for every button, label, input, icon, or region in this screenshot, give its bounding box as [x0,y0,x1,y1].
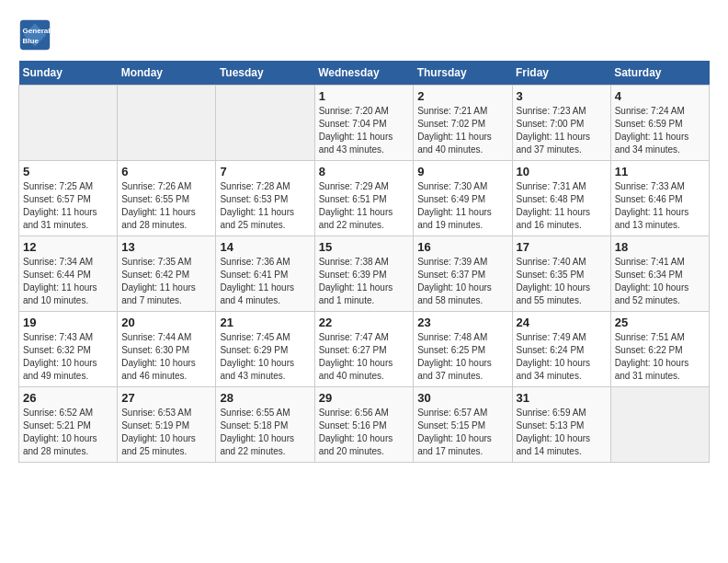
calendar-cell [19,86,118,161]
calendar-cell: 2Sunrise: 7:21 AM Sunset: 7:02 PM Daylig… [414,86,512,161]
day-info: Sunrise: 7:36 AM Sunset: 6:41 PM Dayligh… [220,256,310,307]
calendar-cell: 5Sunrise: 7:25 AM Sunset: 6:57 PM Daylig… [19,161,118,236]
day-number: 20 [121,316,211,329]
weekday-header-sunday: Sunday [19,61,118,86]
calendar-cell: 23Sunrise: 7:48 AM Sunset: 6:25 PM Dayli… [414,312,512,387]
day-number: 9 [417,165,507,178]
weekday-header-saturday: Saturday [610,61,709,86]
day-info: Sunrise: 7:43 AM Sunset: 6:32 PM Dayligh… [23,331,113,383]
calendar-cell: 7Sunrise: 7:28 AM Sunset: 6:53 PM Daylig… [216,161,314,236]
day-info: Sunrise: 7:29 AM Sunset: 6:51 PM Dayligh… [319,180,410,232]
day-info: Sunrise: 7:33 AM Sunset: 6:46 PM Dayligh… [615,180,705,232]
calendar-week-row: 26Sunrise: 6:52 AM Sunset: 5:21 PM Dayli… [19,387,710,463]
calendar-cell: 8Sunrise: 7:29 AM Sunset: 6:51 PM Daylig… [314,161,414,236]
day-number: 11 [615,165,705,178]
day-info: Sunrise: 6:56 AM Sunset: 5:16 PM Dayligh… [319,407,410,458]
calendar-cell: 21Sunrise: 7:45 AM Sunset: 6:29 PM Dayli… [216,312,314,387]
calendar-cell: 29Sunrise: 6:56 AM Sunset: 5:16 PM Dayli… [314,387,414,463]
page-header: General Blue [18,18,710,52]
day-number: 1 [319,89,410,103]
day-info: Sunrise: 7:21 AM Sunset: 7:02 PM Dayligh… [417,105,507,156]
day-info: Sunrise: 7:47 AM Sunset: 6:27 PM Dayligh… [319,331,410,383]
day-info: Sunrise: 6:57 AM Sunset: 5:15 PM Dayligh… [417,407,507,458]
calendar-cell: 22Sunrise: 7:47 AM Sunset: 6:27 PM Dayli… [314,312,414,387]
day-number: 8 [319,165,410,178]
calendar-cell: 20Sunrise: 7:44 AM Sunset: 6:30 PM Dayli… [118,312,216,387]
day-info: Sunrise: 7:23 AM Sunset: 7:00 PM Dayligh… [517,105,607,156]
day-number: 22 [319,316,410,329]
day-info: Sunrise: 7:49 AM Sunset: 6:24 PM Dayligh… [517,331,607,383]
day-info: Sunrise: 7:25 AM Sunset: 6:57 PM Dayligh… [23,180,113,232]
day-number: 28 [220,391,310,405]
day-number: 14 [220,240,310,254]
calendar-cell: 1Sunrise: 7:20 AM Sunset: 7:04 PM Daylig… [314,86,414,161]
day-number: 7 [220,165,310,178]
day-number: 25 [615,316,705,329]
calendar-cell: 18Sunrise: 7:41 AM Sunset: 6:34 PM Dayli… [610,236,709,312]
day-number: 5 [23,165,113,178]
calendar-cell: 6Sunrise: 7:26 AM Sunset: 6:55 PM Daylig… [118,161,216,236]
day-info: Sunrise: 7:45 AM Sunset: 6:29 PM Dayligh… [220,331,310,383]
day-info: Sunrise: 7:34 AM Sunset: 6:44 PM Dayligh… [23,256,113,307]
day-info: Sunrise: 7:30 AM Sunset: 6:49 PM Dayligh… [417,180,507,232]
day-number: 19 [23,316,113,329]
day-info: Sunrise: 7:48 AM Sunset: 6:25 PM Dayligh… [417,331,507,383]
day-info: Sunrise: 7:35 AM Sunset: 6:42 PM Dayligh… [121,256,211,307]
day-info: Sunrise: 7:20 AM Sunset: 7:04 PM Dayligh… [319,105,410,156]
calendar-cell: 13Sunrise: 7:35 AM Sunset: 6:42 PM Dayli… [118,236,216,312]
day-number: 13 [121,240,211,254]
day-number: 15 [319,240,410,254]
day-info: Sunrise: 7:28 AM Sunset: 6:53 PM Dayligh… [220,180,310,232]
day-number: 27 [121,391,211,405]
day-info: Sunrise: 7:24 AM Sunset: 6:59 PM Dayligh… [615,105,705,156]
day-info: Sunrise: 6:52 AM Sunset: 5:21 PM Dayligh… [23,407,113,458]
svg-text:General: General [23,27,51,35]
day-info: Sunrise: 7:31 AM Sunset: 6:48 PM Dayligh… [517,180,607,232]
day-number: 17 [517,240,607,254]
day-info: Sunrise: 7:26 AM Sunset: 6:55 PM Dayligh… [121,180,211,232]
day-info: Sunrise: 7:51 AM Sunset: 6:22 PM Dayligh… [615,331,705,383]
weekday-header-wednesday: Wednesday [314,61,414,86]
day-number: 23 [417,316,507,329]
calendar-cell: 14Sunrise: 7:36 AM Sunset: 6:41 PM Dayli… [216,236,314,312]
calendar-cell: 10Sunrise: 7:31 AM Sunset: 6:48 PM Dayli… [512,161,610,236]
day-number: 30 [417,391,507,405]
calendar-week-row: 19Sunrise: 7:43 AM Sunset: 6:32 PM Dayli… [19,312,710,387]
day-info: Sunrise: 6:55 AM Sunset: 5:18 PM Dayligh… [220,407,310,458]
day-number: 31 [517,391,607,405]
calendar-cell: 11Sunrise: 7:33 AM Sunset: 6:46 PM Dayli… [610,161,709,236]
logo-icon: General Blue [18,18,51,52]
day-info: Sunrise: 7:38 AM Sunset: 6:39 PM Dayligh… [319,256,410,307]
calendar-cell: 31Sunrise: 6:59 AM Sunset: 5:13 PM Dayli… [512,387,610,463]
calendar-cell: 16Sunrise: 7:39 AM Sunset: 6:37 PM Dayli… [414,236,512,312]
day-number: 18 [615,240,705,254]
calendar-cell: 17Sunrise: 7:40 AM Sunset: 6:35 PM Dayli… [512,236,610,312]
calendar-cell: 19Sunrise: 7:43 AM Sunset: 6:32 PM Dayli… [19,312,118,387]
calendar-cell: 15Sunrise: 7:38 AM Sunset: 6:39 PM Dayli… [314,236,414,312]
day-number: 16 [417,240,507,254]
day-info: Sunrise: 7:40 AM Sunset: 6:35 PM Dayligh… [517,256,607,307]
weekday-header-monday: Monday [118,61,216,86]
day-info: Sunrise: 6:53 AM Sunset: 5:19 PM Dayligh… [121,407,211,458]
day-info: Sunrise: 7:44 AM Sunset: 6:30 PM Dayligh… [121,331,211,383]
day-number: 2 [417,89,507,103]
calendar-cell: 25Sunrise: 7:51 AM Sunset: 6:22 PM Dayli… [610,312,709,387]
day-number: 3 [517,89,607,103]
day-number: 26 [23,391,113,405]
svg-text:Blue: Blue [23,37,40,45]
day-number: 6 [121,165,211,178]
day-info: Sunrise: 7:39 AM Sunset: 6:37 PM Dayligh… [417,256,507,307]
calendar-cell: 4Sunrise: 7:24 AM Sunset: 6:59 PM Daylig… [610,86,709,161]
day-number: 29 [319,391,410,405]
calendar-cell: 24Sunrise: 7:49 AM Sunset: 6:24 PM Dayli… [512,312,610,387]
day-number: 4 [615,89,705,103]
calendar-week-row: 12Sunrise: 7:34 AM Sunset: 6:44 PM Dayli… [19,236,710,312]
calendar-cell: 9Sunrise: 7:30 AM Sunset: 6:49 PM Daylig… [414,161,512,236]
calendar-cell [118,86,216,161]
calendar-cell: 26Sunrise: 6:52 AM Sunset: 5:21 PM Dayli… [19,387,118,463]
day-number: 24 [517,316,607,329]
weekday-header-tuesday: Tuesday [216,61,314,86]
calendar-cell: 3Sunrise: 7:23 AM Sunset: 7:00 PM Daylig… [512,86,610,161]
calendar-week-row: 1Sunrise: 7:20 AM Sunset: 7:04 PM Daylig… [19,86,710,161]
weekday-header-thursday: Thursday [414,61,512,86]
